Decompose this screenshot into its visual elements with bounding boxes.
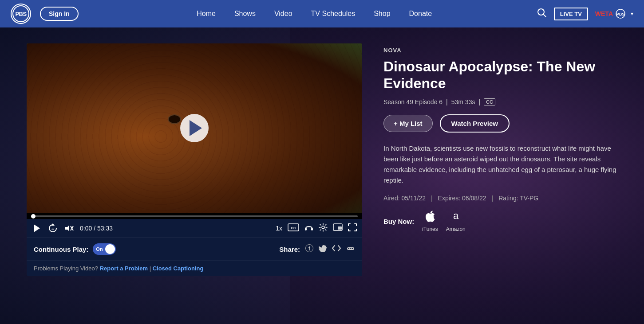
closed-captioning-link[interactable]: Closed Captioning	[153, 265, 204, 272]
season-episode: Season 49 Episode 6	[383, 98, 443, 105]
picture-in-picture-button[interactable]	[333, 223, 343, 233]
episode-title: Dinosaur Apocalypse: The New Evidence	[383, 58, 617, 92]
aired-separator-1: |	[431, 195, 433, 202]
play-button[interactable]	[180, 114, 209, 142]
mute-button[interactable]	[64, 224, 75, 233]
video-bottom-bar: Continuous Play: On Share: f	[27, 238, 362, 260]
aired-separator-2: |	[492, 195, 494, 202]
cc-button[interactable]: CC	[288, 223, 299, 234]
itunes-store-button[interactable]: iTunes	[422, 211, 438, 232]
nav-link-shop[interactable]: Shop	[374, 10, 390, 18]
dino-eye	[168, 114, 181, 124]
livetv-button[interactable]: LIVE TV	[554, 8, 588, 20]
replay-10-button[interactable]: 10	[47, 223, 59, 234]
time-display: 0:00 / 53:33	[80, 225, 113, 232]
hero-background: 10 0:00 / 53:33 1x	[0, 27, 644, 324]
amazon-icon: a	[450, 211, 462, 225]
mylist-button[interactable]: + My List	[383, 115, 433, 132]
episode-aired-info: Aired: 05/11/22 | Expires: 06/08/22 | Ra…	[383, 195, 617, 202]
expires-date: Expires: 06/08/22	[438, 195, 486, 202]
watch-preview-button[interactable]: Watch Preview	[440, 114, 510, 133]
nav-link-tvschedules[interactable]: TV Schedules	[311, 10, 356, 18]
search-icon[interactable]	[537, 8, 547, 20]
svg-point-16	[322, 226, 324, 229]
svg-marker-9	[65, 225, 69, 231]
aired-date: Aired: 05/11/22	[383, 195, 426, 202]
meta-separator-2: |	[478, 98, 480, 105]
video-player-wrapper: 10 0:00 / 53:33 1x	[27, 43, 362, 276]
play-triangle-icon	[190, 120, 202, 136]
rating: Rating: TV-PG	[498, 195, 538, 202]
signin-button[interactable]: Sign In	[40, 7, 79, 21]
svg-rect-18	[338, 226, 342, 230]
meta-separator-1: |	[446, 98, 448, 105]
svg-line-3	[543, 14, 546, 17]
nav-link-home[interactable]: Home	[197, 10, 216, 18]
headphones-button[interactable]	[304, 223, 313, 234]
episode-meta: Season 49 Episode 6 | 53m 33s | CC	[383, 98, 617, 105]
nav-links: Home Shows Video TV Schedules Shop Donat…	[92, 10, 537, 18]
video-controls: 10 0:00 / 53:33 1x	[27, 219, 362, 238]
station-name: WETA	[595, 10, 613, 17]
nav-link-shows[interactable]: Shows	[234, 10, 256, 18]
continuous-play-label: Continuous Play:	[34, 246, 88, 253]
buy-now-row: Buy Now: iTunes a	[383, 211, 617, 232]
station-selector[interactable]: WETA PBS ▾	[595, 9, 633, 19]
continuous-play-control: Continuous Play: On	[34, 243, 116, 255]
amazon-label: Amazon	[446, 226, 466, 232]
nav-link-donate[interactable]: Donate	[409, 10, 432, 18]
link-icon[interactable]	[346, 245, 355, 254]
svg-rect-15	[311, 228, 313, 230]
svg-text:CC: CC	[291, 226, 296, 230]
progress-dot	[31, 214, 36, 219]
itunes-label: iTunes	[422, 226, 438, 232]
separator: |	[150, 265, 151, 272]
problem-text: Problems Playing Video?	[34, 265, 98, 272]
apple-icon	[425, 211, 435, 225]
toggle-knob	[105, 244, 115, 254]
svg-text:f: f	[308, 245, 311, 251]
show-name: NOVA	[383, 47, 617, 54]
fullscreen-button[interactable]	[348, 223, 357, 234]
progress-bar-container	[27, 213, 362, 219]
navbar: PBS Sign In Home Shows Video TV Schedule…	[0, 0, 644, 27]
share-label: Share:	[279, 246, 300, 253]
play-pause-button[interactable]	[32, 223, 42, 234]
video-player: 10 0:00 / 53:33 1x	[27, 43, 362, 276]
twitter-icon[interactable]	[319, 245, 327, 254]
duration: 53m 33s	[451, 98, 475, 105]
episode-description: In North Dakota, scientists use new foss…	[383, 143, 617, 186]
hero-content: 10 0:00 / 53:33 1x	[0, 27, 644, 292]
toggle-on-label: On	[96, 246, 103, 252]
continuous-play-toggle[interactable]: On	[93, 243, 116, 255]
speed-button[interactable]: 1x	[276, 225, 282, 232]
info-panel: NOVA Dinosaur Apocalypse: The New Eviden…	[383, 43, 617, 232]
settings-button[interactable]	[319, 223, 328, 234]
action-buttons: + My List Watch Preview	[383, 114, 617, 133]
pbs-logo-circle: PBS	[11, 4, 31, 24]
video-thumbnail	[27, 43, 362, 213]
svg-text:10: 10	[51, 227, 55, 230]
nav-right: LIVE TV WETA PBS ▾	[537, 8, 633, 20]
svg-text:PBS: PBS	[15, 11, 27, 17]
pbs-logo[interactable]: PBS	[11, 4, 31, 24]
video-problem-bar: Problems Playing Video? Report a Problem…	[27, 260, 362, 276]
amazon-store-button[interactable]: a Amazon	[446, 211, 466, 232]
station-pbs-logo: PBS	[616, 9, 628, 19]
cc-badge: CC	[484, 98, 495, 105]
svg-marker-6	[34, 224, 40, 232]
facebook-icon[interactable]: f	[305, 244, 313, 254]
nav-link-video[interactable]: Video	[274, 10, 292, 18]
buy-now-label: Buy Now:	[383, 218, 414, 225]
chevron-down-icon: ▾	[631, 11, 633, 17]
svg-text:a: a	[453, 211, 459, 221]
share-bar: Share: f	[279, 244, 355, 254]
progress-track[interactable]	[31, 215, 358, 217]
svg-rect-14	[305, 228, 307, 230]
embed-icon[interactable]	[332, 245, 341, 254]
report-problem-link[interactable]: Report a Problem	[100, 265, 148, 272]
svg-text:PBS: PBS	[616, 12, 625, 16]
